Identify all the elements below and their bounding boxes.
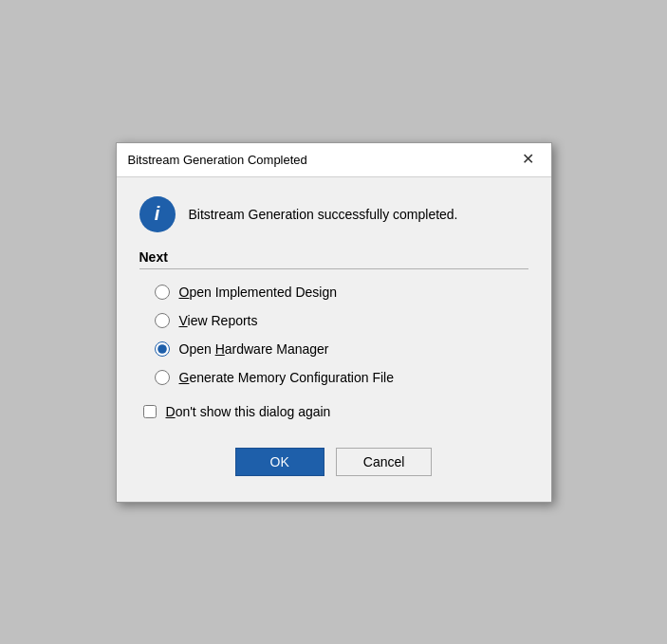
- radio-view-reports[interactable]: [155, 313, 170, 328]
- ok-button[interactable]: OK: [235, 448, 324, 476]
- radio-item-hardware-manager[interactable]: Open Hardware Manager: [155, 336, 528, 362]
- radio-hardware-manager[interactable]: [155, 341, 170, 357]
- info-message: Bitstream Generation successfully comple…: [189, 207, 458, 222]
- cancel-button[interactable]: Cancel: [336, 448, 433, 476]
- button-row: OK Cancel: [139, 438, 528, 484]
- close-button[interactable]: ✕: [517, 148, 540, 171]
- title-bar: Bitstream Generation Completed ✕: [117, 143, 551, 177]
- radio-item-generate-memory[interactable]: Generate Memory Configuration File: [155, 364, 528, 391]
- radio-item-open-implemented[interactable]: Open Implemented Design: [155, 279, 528, 305]
- dialog-body: i Bitstream Generation successfully comp…: [117, 177, 551, 499]
- radio-label-hardware-manager: Open Hardware Manager: [179, 341, 329, 357]
- radio-generate-memory[interactable]: [155, 370, 170, 385]
- next-section: Next Open Implemented Design View Report…: [139, 249, 528, 391]
- dont-show-row[interactable]: Don't show this dialog again: [143, 404, 528, 419]
- section-divider: [139, 268, 528, 269]
- radio-open-implemented[interactable]: [155, 285, 170, 300]
- info-row: i Bitstream Generation successfully comp…: [139, 196, 528, 232]
- radio-label-generate-memory: Generate Memory Configuration File: [179, 370, 394, 385]
- dont-show-label: Don't show this dialog again: [166, 404, 331, 419]
- next-label: Next: [139, 249, 528, 265]
- dialog-title: Bitstream Generation Completed: [128, 153, 307, 167]
- dont-show-checkbox[interactable]: [143, 405, 157, 418]
- radio-item-view-reports[interactable]: View Reports: [155, 307, 528, 334]
- info-icon: i: [139, 196, 176, 232]
- bitstream-dialog: Bitstream Generation Completed ✕ i Bitst…: [116, 142, 552, 503]
- radio-label-view-reports: View Reports: [179, 313, 258, 328]
- radio-label-open-implemented: Open Implemented Design: [179, 285, 338, 300]
- radio-group: Open Implemented Design View Reports Ope…: [155, 279, 528, 391]
